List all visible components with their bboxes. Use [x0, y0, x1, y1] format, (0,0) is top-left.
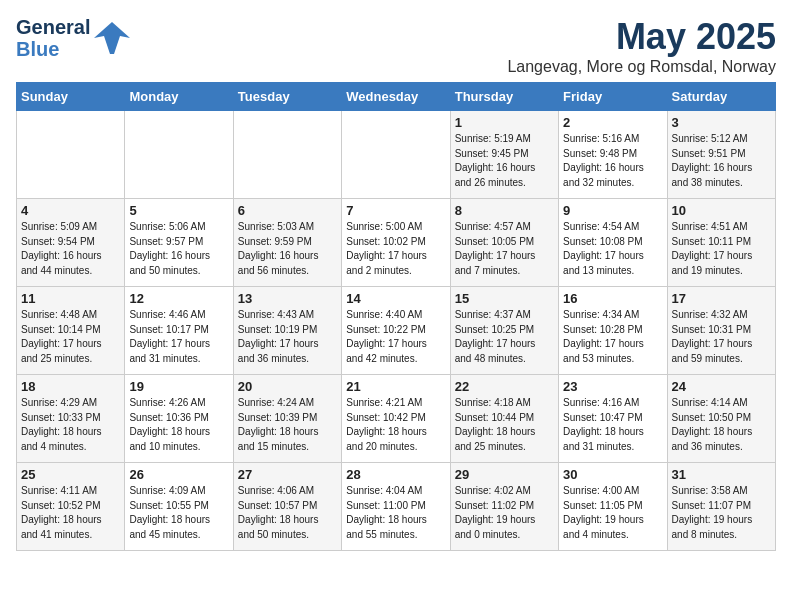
calendar-cell: 13Sunrise: 4:43 AM Sunset: 10:19 PM Dayl… — [233, 287, 341, 375]
calendar-cell: 28Sunrise: 4:04 AM Sunset: 11:00 PM Dayl… — [342, 463, 450, 551]
calendar-cell: 22Sunrise: 4:18 AM Sunset: 10:44 PM Dayl… — [450, 375, 558, 463]
day-info: Sunrise: 4:04 AM Sunset: 11:00 PM Daylig… — [346, 484, 445, 542]
day-number: 4 — [21, 203, 120, 218]
calendar-cell: 12Sunrise: 4:46 AM Sunset: 10:17 PM Dayl… — [125, 287, 233, 375]
day-info: Sunrise: 4:18 AM Sunset: 10:44 PM Daylig… — [455, 396, 554, 454]
day-info: Sunrise: 4:48 AM Sunset: 10:14 PM Daylig… — [21, 308, 120, 366]
day-info: Sunrise: 4:29 AM Sunset: 10:33 PM Daylig… — [21, 396, 120, 454]
day-info: Sunrise: 4:00 AM Sunset: 11:05 PM Daylig… — [563, 484, 662, 542]
day-info: Sunrise: 5:19 AM Sunset: 9:45 PM Dayligh… — [455, 132, 554, 190]
calendar-cell: 16Sunrise: 4:34 AM Sunset: 10:28 PM Dayl… — [559, 287, 667, 375]
calendar-week-3: 11Sunrise: 4:48 AM Sunset: 10:14 PM Dayl… — [17, 287, 776, 375]
day-info: Sunrise: 4:46 AM Sunset: 10:17 PM Daylig… — [129, 308, 228, 366]
header-sunday: Sunday — [17, 83, 125, 111]
calendar-cell: 2Sunrise: 5:16 AM Sunset: 9:48 PM Daylig… — [559, 111, 667, 199]
logo-bird-icon — [94, 18, 130, 54]
calendar-cell: 4Sunrise: 5:09 AM Sunset: 9:54 PM Daylig… — [17, 199, 125, 287]
calendar-cell: 24Sunrise: 4:14 AM Sunset: 10:50 PM Dayl… — [667, 375, 775, 463]
day-info: Sunrise: 5:00 AM Sunset: 10:02 PM Daylig… — [346, 220, 445, 278]
calendar-header-row: SundayMondayTuesdayWednesdayThursdayFrid… — [17, 83, 776, 111]
title-block: May 2025 Langevag, More og Romsdal, Norw… — [507, 16, 776, 76]
calendar-table: SundayMondayTuesdayWednesdayThursdayFrid… — [16, 82, 776, 551]
day-number: 26 — [129, 467, 228, 482]
location-title: Langevag, More og Romsdal, Norway — [507, 58, 776, 76]
day-number: 29 — [455, 467, 554, 482]
day-info: Sunrise: 4:32 AM Sunset: 10:31 PM Daylig… — [672, 308, 771, 366]
header-saturday: Saturday — [667, 83, 775, 111]
calendar-cell: 9Sunrise: 4:54 AM Sunset: 10:08 PM Dayli… — [559, 199, 667, 287]
day-number: 18 — [21, 379, 120, 394]
day-number: 25 — [21, 467, 120, 482]
day-number: 19 — [129, 379, 228, 394]
day-info: Sunrise: 5:16 AM Sunset: 9:48 PM Dayligh… — [563, 132, 662, 190]
header-monday: Monday — [125, 83, 233, 111]
day-number: 13 — [238, 291, 337, 306]
calendar-cell: 23Sunrise: 4:16 AM Sunset: 10:47 PM Dayl… — [559, 375, 667, 463]
calendar-cell: 29Sunrise: 4:02 AM Sunset: 11:02 PM Dayl… — [450, 463, 558, 551]
calendar-cell: 20Sunrise: 4:24 AM Sunset: 10:39 PM Dayl… — [233, 375, 341, 463]
calendar-cell: 25Sunrise: 4:11 AM Sunset: 10:52 PM Dayl… — [17, 463, 125, 551]
day-number: 14 — [346, 291, 445, 306]
day-info: Sunrise: 4:16 AM Sunset: 10:47 PM Daylig… — [563, 396, 662, 454]
calendar-cell: 11Sunrise: 4:48 AM Sunset: 10:14 PM Dayl… — [17, 287, 125, 375]
header-thursday: Thursday — [450, 83, 558, 111]
header-wednesday: Wednesday — [342, 83, 450, 111]
day-number: 2 — [563, 115, 662, 130]
calendar-cell: 10Sunrise: 4:51 AM Sunset: 10:11 PM Dayl… — [667, 199, 775, 287]
calendar-cell: 19Sunrise: 4:26 AM Sunset: 10:36 PM Dayl… — [125, 375, 233, 463]
day-info: Sunrise: 4:24 AM Sunset: 10:39 PM Daylig… — [238, 396, 337, 454]
day-number: 21 — [346, 379, 445, 394]
day-number: 1 — [455, 115, 554, 130]
day-number: 9 — [563, 203, 662, 218]
day-info: Sunrise: 4:09 AM Sunset: 10:55 PM Daylig… — [129, 484, 228, 542]
day-info: Sunrise: 4:21 AM Sunset: 10:42 PM Daylig… — [346, 396, 445, 454]
day-number: 27 — [238, 467, 337, 482]
calendar-cell: 27Sunrise: 4:06 AM Sunset: 10:57 PM Dayl… — [233, 463, 341, 551]
day-number: 3 — [672, 115, 771, 130]
day-number: 11 — [21, 291, 120, 306]
calendar-cell: 6Sunrise: 5:03 AM Sunset: 9:59 PM Daylig… — [233, 199, 341, 287]
day-number: 12 — [129, 291, 228, 306]
day-info: Sunrise: 4:54 AM Sunset: 10:08 PM Daylig… — [563, 220, 662, 278]
calendar-cell — [233, 111, 341, 199]
calendar-cell: 21Sunrise: 4:21 AM Sunset: 10:42 PM Dayl… — [342, 375, 450, 463]
header-friday: Friday — [559, 83, 667, 111]
logo-general: General — [16, 16, 90, 38]
calendar-cell: 18Sunrise: 4:29 AM Sunset: 10:33 PM Dayl… — [17, 375, 125, 463]
calendar-cell: 5Sunrise: 5:06 AM Sunset: 9:57 PM Daylig… — [125, 199, 233, 287]
day-info: Sunrise: 4:06 AM Sunset: 10:57 PM Daylig… — [238, 484, 337, 542]
calendar-cell — [17, 111, 125, 199]
calendar-week-5: 25Sunrise: 4:11 AM Sunset: 10:52 PM Dayl… — [17, 463, 776, 551]
day-number: 17 — [672, 291, 771, 306]
day-info: Sunrise: 4:37 AM Sunset: 10:25 PM Daylig… — [455, 308, 554, 366]
day-info: Sunrise: 4:02 AM Sunset: 11:02 PM Daylig… — [455, 484, 554, 542]
day-number: 7 — [346, 203, 445, 218]
calendar-cell: 14Sunrise: 4:40 AM Sunset: 10:22 PM Dayl… — [342, 287, 450, 375]
calendar-cell: 3Sunrise: 5:12 AM Sunset: 9:51 PM Daylig… — [667, 111, 775, 199]
calendar-cell: 8Sunrise: 4:57 AM Sunset: 10:05 PM Dayli… — [450, 199, 558, 287]
day-number: 30 — [563, 467, 662, 482]
day-number: 24 — [672, 379, 771, 394]
calendar-cell: 7Sunrise: 5:00 AM Sunset: 10:02 PM Dayli… — [342, 199, 450, 287]
calendar-week-1: 1Sunrise: 5:19 AM Sunset: 9:45 PM Daylig… — [17, 111, 776, 199]
calendar-cell: 1Sunrise: 5:19 AM Sunset: 9:45 PM Daylig… — [450, 111, 558, 199]
day-info: Sunrise: 5:12 AM Sunset: 9:51 PM Dayligh… — [672, 132, 771, 190]
logo: General Blue — [16, 16, 130, 60]
logo-blue: Blue — [16, 38, 90, 60]
day-info: Sunrise: 4:57 AM Sunset: 10:05 PM Daylig… — [455, 220, 554, 278]
day-number: 20 — [238, 379, 337, 394]
header-tuesday: Tuesday — [233, 83, 341, 111]
day-number: 22 — [455, 379, 554, 394]
day-number: 15 — [455, 291, 554, 306]
day-info: Sunrise: 4:11 AM Sunset: 10:52 PM Daylig… — [21, 484, 120, 542]
calendar-cell: 26Sunrise: 4:09 AM Sunset: 10:55 PM Dayl… — [125, 463, 233, 551]
day-number: 28 — [346, 467, 445, 482]
day-number: 16 — [563, 291, 662, 306]
day-info: Sunrise: 4:14 AM Sunset: 10:50 PM Daylig… — [672, 396, 771, 454]
day-number: 6 — [238, 203, 337, 218]
calendar-cell — [125, 111, 233, 199]
page-header: General Blue May 2025 Langevag, More og … — [16, 16, 776, 76]
calendar-cell: 15Sunrise: 4:37 AM Sunset: 10:25 PM Dayl… — [450, 287, 558, 375]
month-title: May 2025 — [507, 16, 776, 58]
day-number: 23 — [563, 379, 662, 394]
